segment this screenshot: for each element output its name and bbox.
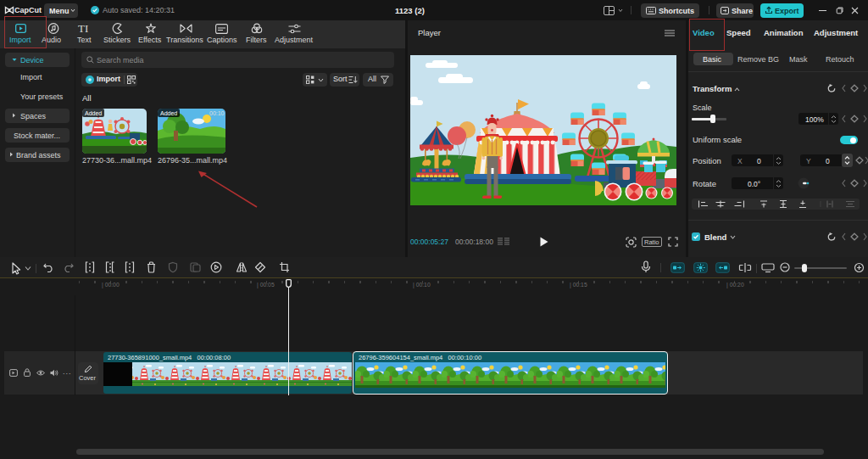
svg-text:Added: Added bbox=[85, 110, 102, 116]
svg-text:00:10: 00:10 bbox=[209, 110, 225, 116]
svg-text:Added: Added bbox=[160, 110, 177, 116]
